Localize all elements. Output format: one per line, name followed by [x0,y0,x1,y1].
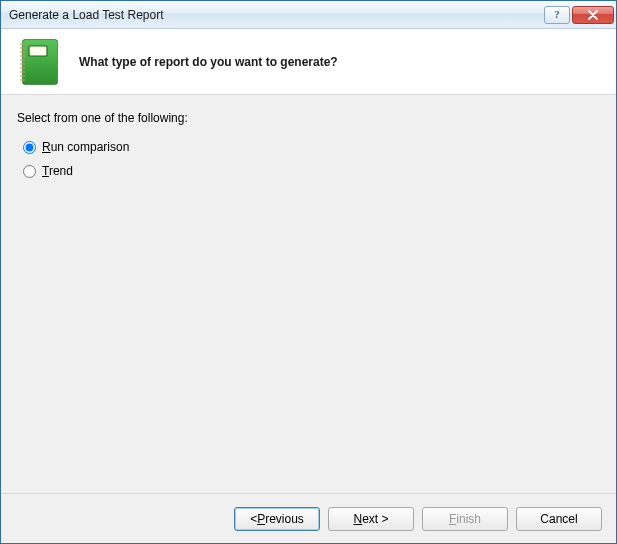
titlebar-buttons: ? [544,6,614,24]
notebook-icon [17,38,61,86]
button-bar: < Previous Next > Finish Cancel [1,493,616,543]
report-type-radio-group: Run comparison Trend [17,135,600,183]
close-button[interactable] [572,6,614,24]
radio-trend[interactable]: Trend [23,159,600,183]
help-button[interactable]: ? [544,6,570,24]
titlebar: Generate a Load Test Report ? [1,1,616,29]
window-title: Generate a Load Test Report [9,8,544,22]
finish-button: Finish [422,507,508,531]
cancel-button[interactable]: Cancel [516,507,602,531]
close-icon [587,10,599,20]
radio-run-comparison[interactable]: Run comparison [23,135,600,159]
header-question: What type of report do you want to gener… [79,55,338,69]
dialog-window: Generate a Load Test Report ? [0,0,617,544]
radio-input-trend[interactable] [23,165,36,178]
radio-input-run-comparison[interactable] [23,141,36,154]
radio-label-run-comparison[interactable]: Run comparison [42,140,129,154]
previous-button[interactable]: < Previous [234,507,320,531]
content-area: Select from one of the following: Run co… [1,95,616,493]
next-button[interactable]: Next > [328,507,414,531]
svg-rect-2 [29,46,47,56]
header-band: What type of report do you want to gener… [1,29,616,95]
prompt-label: Select from one of the following: [17,111,600,125]
radio-label-trend[interactable]: Trend [42,164,73,178]
